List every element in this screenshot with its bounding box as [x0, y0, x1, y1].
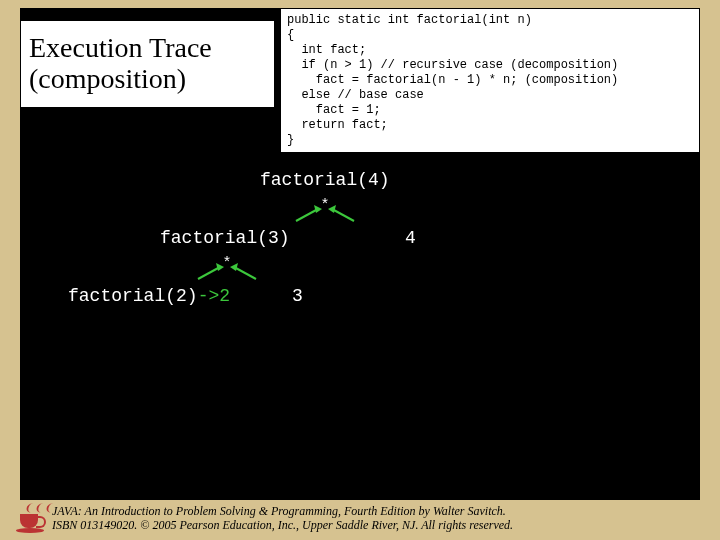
slide: Execution Trace (composition) public sta…: [0, 0, 720, 540]
footer-line-1: JAVA: An Introduction to Problem Solving…: [52, 504, 710, 518]
svg-line-4: [198, 267, 220, 279]
trace-value-3: 3: [292, 286, 303, 306]
trace-diagram: factorial(4) * factorial(3) 4 *: [20, 150, 700, 500]
title-line-1: Execution Trace: [29, 33, 274, 64]
trace-node-factorial2-text: factorial(2): [68, 286, 198, 306]
branch-lines-icon: [192, 253, 262, 281]
footer-line-2: ISBN 013149020. © 2005 Pearson Education…: [52, 518, 710, 532]
split-node-1: *: [290, 195, 360, 223]
svg-marker-7: [230, 263, 238, 271]
code-line: int fact;: [287, 43, 366, 57]
code-line: }: [287, 133, 294, 147]
svg-line-6: [234, 267, 256, 279]
svg-line-2: [332, 209, 354, 221]
code-line: fact = factorial(n - 1) * n; (compositio…: [287, 73, 618, 87]
code-line: {: [287, 28, 294, 42]
trace-node-factorial3: factorial(3): [160, 228, 290, 248]
footer: ❨❨❨ JAVA: An Introduction to Problem Sol…: [0, 500, 720, 540]
split-node-2: *: [192, 253, 262, 281]
branch-lines-icon: [290, 195, 360, 223]
code-line: fact = 1;: [287, 103, 381, 117]
title-box: Execution Trace (composition): [20, 20, 275, 108]
java-cup-icon: ❨❨❨: [18, 504, 46, 534]
svg-marker-5: [216, 263, 224, 271]
code-line: if (n > 1) // recursive case (decomposit…: [287, 58, 618, 72]
trace-result-2: ->2: [198, 286, 230, 306]
code-line: return fact;: [287, 118, 388, 132]
code-line: public static int factorial(int n): [287, 13, 532, 27]
trace-node-factorial2: factorial(2)->2: [68, 286, 230, 306]
svg-marker-1: [314, 205, 322, 213]
trace-value-4: 4: [405, 228, 416, 248]
code-line: else // base case: [287, 88, 424, 102]
title-line-2: (composition): [29, 64, 274, 95]
trace-node-factorial4: factorial(4): [260, 170, 390, 190]
code-box: public static int factorial(int n) { int…: [280, 8, 700, 153]
svg-line-0: [296, 209, 318, 221]
svg-marker-3: [328, 205, 336, 213]
